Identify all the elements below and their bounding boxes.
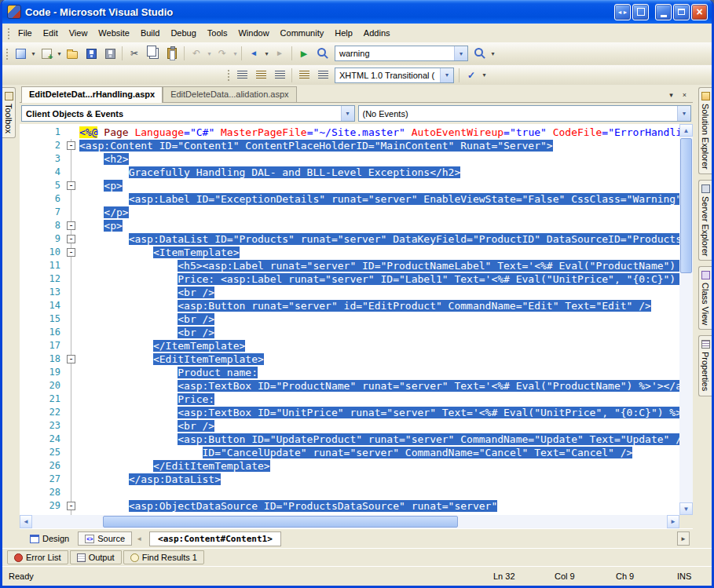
title-bar[interactable]: Code - Microsoft Visual Studio ◄► ×: [2, 0, 712, 24]
fold-toggle-icon[interactable]: -: [67, 221, 75, 230]
events-combo-caret-icon[interactable]: ▾: [677, 106, 690, 121]
toolbar-separator: [241, 46, 242, 60]
horizontal-scrollbar[interactable]: ◄ ►: [20, 515, 679, 528]
panel-tab-error-list[interactable]: Error List: [7, 550, 68, 564]
menu-item-edit[interactable]: Edit: [38, 25, 64, 41]
indent-increase-button[interactable]: [313, 67, 332, 84]
events-combo[interactable]: (No Events) ▾: [358, 105, 692, 122]
toolbar-gripper[interactable]: [226, 68, 230, 82]
fold-toggle-icon[interactable]: -: [67, 502, 75, 510]
side-tab-solution-explorer[interactable]: Solution Explorer: [698, 87, 712, 174]
side-tab-class-view[interactable]: Class View: [698, 266, 712, 330]
menu-item-window[interactable]: Window: [233, 25, 274, 41]
panel-tab-output[interactable]: Output: [70, 550, 122, 564]
menu-item-debug[interactable]: Debug: [165, 25, 201, 41]
doctype-combo-caret-icon[interactable]: ▾: [440, 68, 453, 82]
check-page-button[interactable]: ✓: [462, 67, 481, 84]
fold-toggle-icon[interactable]: -: [67, 248, 75, 257]
comment-button[interactable]: [233, 67, 251, 84]
indent-decrease-button[interactable]: [295, 67, 313, 84]
new-project-caret-icon[interactable]: ▾: [30, 50, 37, 57]
navigate-forward-button[interactable]: ►: [270, 45, 289, 62]
search-combo[interactable]: warning ▾: [335, 46, 468, 61]
object-combo-caret-icon[interactable]: ▾: [341, 106, 354, 121]
horizontal-scroll-track[interactable]: [32, 515, 667, 528]
code-line: 2-<asp:Content ID="Content1" ContentPlac…: [20, 139, 679, 152]
document-tab[interactable]: EditDeleteData...alidation.aspx: [163, 86, 296, 102]
undo-caret-icon[interactable]: ▾: [206, 50, 213, 57]
add-item-caret-icon[interactable]: ▾: [56, 50, 63, 57]
redo-caret-icon[interactable]: ▾: [232, 50, 239, 57]
menu-gripper[interactable]: [6, 27, 10, 40]
code-editor[interactable]: 1<%@ Page Language="C#" MasterPageFile="…: [20, 124, 693, 515]
toolbar-options-icon[interactable]: ▾: [489, 50, 496, 57]
document-tab-active[interactable]: EditDeleteDat...rHandling.aspx: [21, 86, 163, 103]
horizontal-scroll-thumb[interactable]: [103, 516, 458, 528]
panel-tab-label: Output: [89, 553, 115, 562]
menu-item-help[interactable]: Help: [329, 25, 358, 41]
find-symbol-button[interactable]: [471, 45, 489, 62]
fold-toggle-icon[interactable]: -: [67, 181, 75, 190]
window-arrows-button[interactable]: ◄►: [614, 4, 631, 20]
menu-item-website[interactable]: Website: [93, 25, 135, 41]
save-all-button[interactable]: [101, 45, 119, 62]
toolbar-options-icon[interactable]: ▾: [481, 71, 488, 79]
paste-button[interactable]: [163, 45, 181, 62]
scroll-up-icon[interactable]: ▲: [679, 124, 693, 137]
line-text: <h5><asp:Label runat="server" ID="Produc…: [77, 259, 679, 272]
fold-toggle-icon[interactable]: -: [67, 355, 75, 363]
fold-toggle-icon[interactable]: -: [67, 141, 75, 150]
code-lines[interactable]: 1<%@ Page Language="C#" MasterPageFile="…: [20, 124, 679, 515]
scroll-right-icon[interactable]: ►: [667, 515, 679, 528]
format-document-button[interactable]: [270, 67, 289, 84]
redo-button[interactable]: ↷: [213, 45, 232, 62]
close-document-button[interactable]: ×: [679, 89, 690, 100]
tag-breadcrumb[interactable]: <asp:Content#Content1>: [149, 531, 281, 546]
close-button[interactable]: ×: [691, 4, 708, 20]
tag-scroll-right-icon[interactable]: ►: [677, 531, 690, 546]
tag-scroll-left-icon[interactable]: ◄: [134, 532, 145, 545]
window-extra-button[interactable]: [632, 4, 649, 20]
save-button[interactable]: [82, 45, 101, 62]
panel-tab-find-results-1[interactable]: Find Results 1: [123, 550, 204, 564]
source-view-button[interactable]: <> Source: [78, 531, 132, 546]
line-text: <p>: [77, 179, 123, 192]
open-file-button[interactable]: [63, 45, 82, 62]
uncomment-button[interactable]: [251, 67, 270, 84]
start-debug-button[interactable]: ▶: [295, 45, 313, 62]
design-view-button[interactable]: Design: [23, 531, 76, 546]
menu-item-build[interactable]: Build: [135, 25, 165, 41]
menu-item-community[interactable]: Community: [275, 25, 330, 41]
scroll-down-icon[interactable]: ▼: [679, 502, 693, 515]
side-tab-server-explorer[interactable]: Server Explorer: [698, 180, 712, 261]
new-project-button[interactable]: [11, 45, 30, 62]
add-item-button[interactable]: [37, 45, 56, 62]
vertical-scroll-track[interactable]: [679, 137, 693, 502]
menu-item-view[interactable]: View: [64, 25, 93, 41]
menu-item-file[interactable]: File: [13, 25, 38, 41]
undo-button[interactable]: ↶: [187, 45, 206, 62]
navigate-back-caret-icon[interactable]: ▾: [263, 50, 270, 57]
fold-margin: -: [65, 219, 77, 232]
vertical-scroll-thumb[interactable]: [680, 138, 692, 273]
toolbox-tab[interactable]: Toolbox: [2, 87, 16, 138]
scroll-left-icon[interactable]: ◄: [20, 515, 32, 528]
search-combo-caret-icon[interactable]: ▾: [454, 46, 467, 60]
menu-item-tools[interactable]: Tools: [202, 25, 233, 41]
object-combo[interactable]: Client Objects & Events ▾: [21, 105, 355, 122]
vertical-scrollbar[interactable]: ▲ ▼: [679, 124, 693, 515]
selected-text: </EditItemTemplate>: [153, 460, 270, 472]
navigate-back-button[interactable]: ◄: [244, 45, 263, 62]
menu-item-addins[interactable]: Addins: [358, 25, 396, 41]
copy-button[interactable]: [144, 45, 163, 62]
side-tab-properties[interactable]: Properties: [698, 335, 712, 396]
fold-toggle-icon[interactable]: -: [67, 235, 75, 243]
minimize-button[interactable]: [655, 4, 672, 20]
maximize-button[interactable]: [673, 4, 690, 20]
cut-button[interactable]: ✂: [125, 45, 144, 62]
find-in-files-button[interactable]: [313, 45, 332, 62]
toolbar-gripper[interactable]: [5, 47, 9, 60]
tab-scroll-button[interactable]: ▾: [665, 89, 677, 100]
code-line: 6 <asp:Label ID="ExceptionDetails" runat…: [20, 192, 679, 206]
doctype-combo[interactable]: XHTML 1.0 Transitional ( ▾: [335, 68, 454, 83]
